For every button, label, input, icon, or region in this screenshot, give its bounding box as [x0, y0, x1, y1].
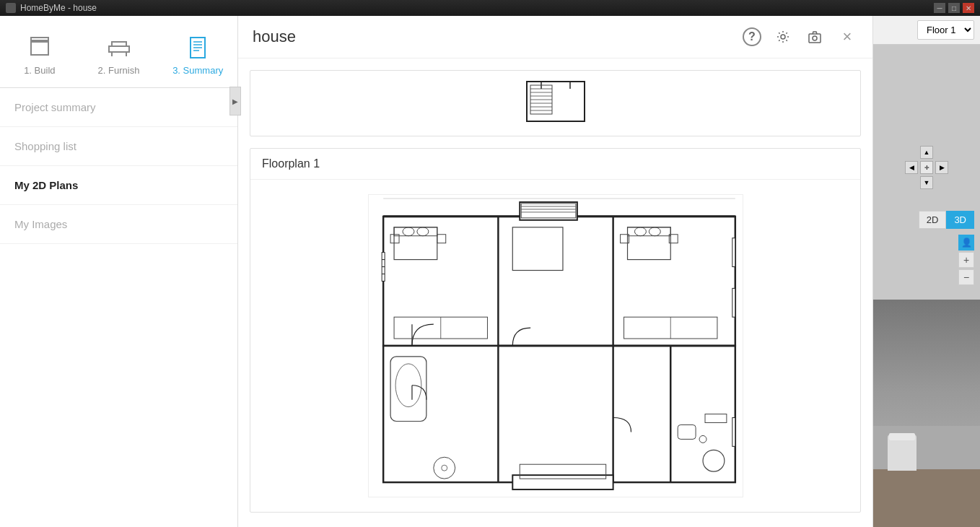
nav-cross: ▲ ◀ ✛ ▶ ▼	[905, 146, 948, 189]
modal-close-button[interactable]: ×	[836, 26, 858, 48]
nav-right-button[interactable]: ▶	[935, 161, 948, 174]
furnish-icon	[106, 35, 132, 61]
app-icon	[6, 3, 16, 13]
my-images-section: My Images	[238, 524, 872, 527]
view-toggle: 2D 3D	[873, 211, 980, 229]
build-icon	[27, 35, 53, 61]
floor-select[interactable]: Floor 1	[917, 20, 974, 40]
title-bar: HomeByMe - house ─ □ ✕	[0, 0, 980, 16]
svg-rect-48	[732, 288, 735, 317]
mini-floorplan-body	[250, 71, 860, 136]
svg-rect-47	[732, 238, 735, 267]
nav-left-button[interactable]: ◀	[905, 161, 918, 174]
zoom-out-button[interactable]: −	[958, 269, 974, 285]
svg-rect-12	[809, 34, 821, 43]
svg-rect-40	[512, 475, 613, 489]
modal-body: Floorplan 1	[238, 58, 872, 527]
modal-title: house	[253, 27, 296, 46]
summary-icon	[185, 35, 211, 61]
sidebar-item-shopping-list[interactable]: Shopping list	[0, 127, 237, 166]
tab-summary[interactable]: 3. Summary	[158, 23, 237, 87]
svg-point-13	[813, 36, 817, 40]
window-title: HomeByMe - house	[20, 3, 934, 13]
floorplan-svg-container	[265, 194, 846, 497]
sidebar-collapse-handle[interactable]: ▶	[229, 87, 241, 116]
svg-rect-3	[112, 42, 126, 46]
tab-furnish-label: 2. Furnish	[98, 65, 140, 76]
svg-point-11	[781, 35, 785, 39]
minimize-button[interactable]: ─	[934, 3, 945, 13]
sidebar: 1. Build 2. Furnish	[0, 16, 238, 527]
tab-furnish[interactable]: 2. Furnish	[79, 23, 159, 87]
floor-selector-bar: Floor 1	[873, 16, 980, 45]
sidebar-item-my-images[interactable]: My Images	[0, 205, 237, 244]
nav-center-button[interactable]: ✛	[920, 161, 933, 174]
settings-button[interactable]	[773, 27, 793, 47]
main-content: house ?	[238, 16, 980, 527]
tab-build-label: 1. Build	[24, 65, 55, 76]
svg-rect-49	[732, 418, 735, 447]
camera-button[interactable]	[805, 27, 825, 47]
tab-build[interactable]: 1. Build	[0, 23, 79, 87]
floor-3d	[873, 469, 980, 527]
sidebar-item-my-2d-plans[interactable]: My 2D Plans	[0, 166, 237, 205]
floorplan-section: Floorplan 1	[250, 148, 861, 513]
help-button[interactable]: ?	[743, 27, 761, 46]
tab-bar: 1. Build 2. Furnish	[0, 16, 237, 88]
person-icon[interactable]: 👤	[958, 235, 974, 251]
floorplan-body	[250, 180, 860, 512]
mini-floorplan-section	[250, 70, 861, 136]
svg-rect-30	[383, 346, 735, 482]
view-2d-button[interactable]: 2D	[919, 211, 947, 229]
zoom-controls: 👤 + −	[873, 235, 980, 285]
svg-rect-14	[527, 82, 585, 121]
toilet-tank-3d	[889, 433, 915, 440]
modal-header: house ?	[238, 16, 872, 58]
mini-floorplan	[265, 78, 846, 129]
svg-rect-2	[109, 46, 129, 52]
nav-down-button[interactable]: ▼	[920, 176, 933, 189]
svg-rect-39	[520, 202, 577, 220]
close-button[interactable]: ✕	[963, 3, 974, 13]
3d-view	[873, 300, 980, 527]
right-panel: Floor 1 ▲ ◀ ✛ ▶ ▼ 2D 3D 👤	[873, 16, 980, 527]
nav-cross-container: ▲ ◀ ✛ ▶ ▼	[873, 146, 980, 196]
header-icons: ? ×	[743, 26, 858, 48]
sidebar-item-project-summary[interactable]: Project summary	[0, 88, 237, 127]
modal-panel: house ?	[238, 16, 873, 527]
sidebar-nav: Project summary Shopping list My 2D Plan…	[0, 88, 237, 527]
3d-render-area	[873, 383, 980, 527]
view-3d-button[interactable]: 3D	[946, 211, 974, 229]
tab-summary-label: 3. Summary	[172, 65, 223, 76]
zoom-in-button[interactable]: +	[958, 252, 974, 268]
nav-up-button[interactable]: ▲	[920, 146, 933, 159]
maximize-button[interactable]: □	[948, 3, 960, 13]
floorplan-header: Floorplan 1	[250, 149, 860, 180]
window-controls: ─ □ ✕	[934, 3, 974, 13]
